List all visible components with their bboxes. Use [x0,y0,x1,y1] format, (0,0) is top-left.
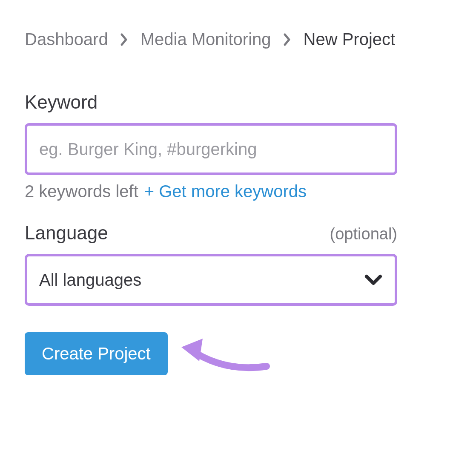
keyword-helper-row: 2 keywords left + Get more keywords [25,182,451,201]
get-more-keywords-link[interactable]: + Get more keywords [144,182,307,201]
keyword-field-group: Keyword 2 keywords left + Get more keywo… [25,92,451,201]
breadcrumb-media-monitoring[interactable]: Media Monitoring [141,30,271,49]
create-project-button[interactable]: Create Project [25,332,168,375]
language-label: Language [25,222,108,244]
breadcrumb: Dashboard Media Monitoring New Project [25,30,451,49]
language-select[interactable]: All languages [25,254,397,306]
language-selected-value: All languages [39,270,141,290]
keywords-left-text: 2 keywords left [25,182,138,201]
chevron-right-icon [283,33,292,46]
breadcrumb-current: New Project [304,30,396,49]
chevron-down-icon [364,274,383,286]
language-field-group: Language (optional) All languages [25,222,451,306]
chevron-right-icon [120,33,129,46]
action-row: Create Project [25,328,451,379]
keyword-input[interactable] [25,123,397,175]
annotation-arrow-icon [173,328,271,379]
keyword-label: Keyword [25,92,451,113]
language-optional-text: (optional) [330,225,397,243]
breadcrumb-dashboard[interactable]: Dashboard [25,30,108,49]
